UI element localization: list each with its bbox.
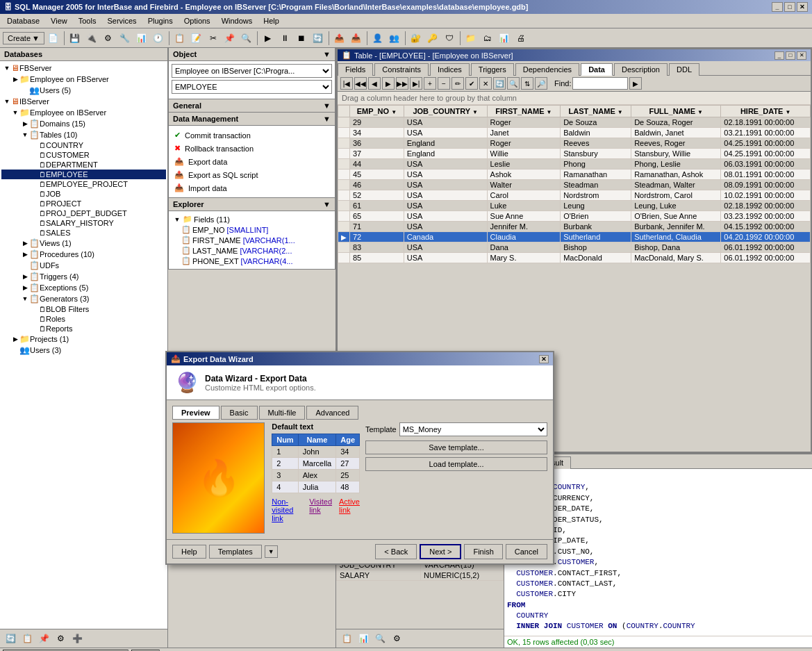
- tb-btn-20[interactable]: 👥: [387, 31, 402, 46]
- templates-dropdown-btn[interactable]: ▼: [265, 545, 278, 558]
- table-close-btn[interactable]: ✕: [797, 51, 806, 60]
- cancel-button[interactable]: Cancel: [506, 544, 547, 559]
- menu-database[interactable]: Database: [3, 15, 44, 26]
- tree-project[interactable]: 🗒 PROJECT: [1, 199, 166, 208]
- nav-cancel[interactable]: ✕: [479, 77, 492, 90]
- tab-dependencies[interactable]: Dependencies: [515, 63, 579, 76]
- table-row[interactable]: 85 USA Mary S. MacDonald MacDonald, Mary…: [338, 253, 811, 263]
- next-button[interactable]: Next >: [420, 544, 461, 559]
- general-section-header[interactable]: General ▼: [168, 99, 335, 113]
- nav-sort[interactable]: ⇅: [521, 77, 533, 90]
- wizard-tab-multifile[interactable]: Multi-file: [259, 406, 306, 420]
- tab-description[interactable]: Description: [614, 63, 668, 76]
- expand-emp-fbserver[interactable]: ▶: [11, 76, 19, 83]
- create-button[interactable]: Create ▼: [3, 32, 44, 44]
- export-action[interactable]: 📤 Export data: [172, 155, 332, 168]
- tree-country[interactable]: 🗒 COUNTRY: [1, 140, 166, 150]
- tree-fbserver[interactable]: ▼ 🖥 FBServer: [1, 63, 166, 74]
- close-button[interactable]: ✕: [797, 2, 808, 12]
- expand-projects[interactable]: ▶: [11, 336, 19, 343]
- templates-button[interactable]: Templates: [209, 545, 262, 559]
- tb-btn-5[interactable]: 🔧: [117, 31, 133, 46]
- tree-emp-project[interactable]: 🗒 EMPLOYEE_PROJECT: [1, 179, 166, 189]
- tb-btn-8[interactable]: 📋: [172, 31, 188, 46]
- field-tb-1[interactable]: 📋: [339, 631, 354, 646]
- menu-services[interactable]: Services: [103, 15, 140, 26]
- nav-delete[interactable]: −: [438, 77, 450, 90]
- tb-btn-15[interactable]: ⏹: [294, 31, 309, 46]
- menu-view[interactable]: View: [47, 15, 72, 26]
- help-button[interactable]: Help: [172, 545, 206, 559]
- data-mgmt-section-header[interactable]: Data Management ▼: [168, 113, 335, 126]
- tree-department[interactable]: 🗒 DEPARTMENT: [1, 160, 166, 170]
- nav-edit[interactable]: ✏: [451, 77, 464, 90]
- tree-procedures[interactable]: ▶ 📋 Procedures (10): [1, 249, 166, 260]
- tree-tables[interactable]: ▼ 📋 Tables (10): [1, 129, 166, 140]
- expand-tables[interactable]: ▼: [21, 131, 29, 138]
- table-row[interactable]: 44 USA Leslie Phong Phong, Leslie 06.03.…: [338, 159, 811, 170]
- tab-fields[interactable]: Fields: [338, 63, 373, 76]
- tb-btn-22[interactable]: 🔑: [425, 31, 440, 46]
- commit-action[interactable]: ✔ Commit transaction: [172, 129, 332, 142]
- tb-btn-14[interactable]: ⏸: [277, 31, 292, 46]
- expand-emp-ibserver[interactable]: ▼: [11, 109, 19, 116]
- menu-options[interactable]: Options: [180, 15, 215, 26]
- tree-proj-dept-budget[interactable]: 🗒 PROJ_DEPT_BUDGET: [1, 208, 166, 218]
- nav-refresh[interactable]: 🔄: [493, 77, 506, 90]
- tb-btn-12[interactable]: 🔍: [239, 31, 254, 46]
- tree-domains[interactable]: ▶ 📋 Domains (15): [1, 118, 166, 129]
- tb-btn-13[interactable]: ▶: [260, 31, 276, 46]
- tree-views[interactable]: ▶ 📋 Views (1): [1, 238, 166, 249]
- field-tb-4[interactable]: ⚙: [389, 631, 404, 646]
- tab-ddl[interactable]: DDL: [669, 63, 699, 76]
- tree-employee[interactable]: 🗒 EMPLOYEE: [1, 170, 166, 179]
- expand-triggers[interactable]: ▶: [21, 273, 29, 280]
- tree-roles[interactable]: 🗒 Roles: [1, 314, 166, 324]
- tree-users-fb[interactable]: 👥 Users (5): [1, 85, 166, 96]
- lp-btn-5[interactable]: ➕: [69, 631, 85, 646]
- tree-salary-history[interactable]: 🗒 SALARY_HISTORY: [1, 218, 166, 228]
- export-wizard-dialog[interactable]: 📤 Export Data Wizard ✕ 🔮 Data Wizard - E…: [165, 351, 554, 565]
- tree-triggers[interactable]: ▶ 📋 Triggers (4): [1, 271, 166, 282]
- lp-btn-4[interactable]: ⚙: [53, 631, 68, 646]
- exp-fields[interactable]: ▼ 📁 Fields (11): [172, 214, 332, 224]
- tab-constraints[interactable]: Constraints: [374, 63, 429, 76]
- tb-btn-16[interactable]: 🔄: [310, 31, 326, 46]
- wizard-tab-preview[interactable]: Preview: [172, 406, 219, 420]
- table-maximize-btn[interactable]: □: [786, 51, 795, 60]
- nav-search[interactable]: 🔎: [535, 77, 547, 90]
- exp-first-name[interactable]: 📋 FIRST_NAME [VARCHAR(1...: [172, 235, 332, 245]
- table-row[interactable]: 36 England Roger Reeves Reeves, Roger 04…: [338, 138, 811, 149]
- tab-triggers[interactable]: Triggers: [471, 63, 514, 76]
- table-row[interactable]: 61 USA Luke Leung Leung, Luke 02.18.1992…: [338, 201, 811, 211]
- tree-udfs[interactable]: 📋 UDFs: [1, 260, 166, 271]
- template-combo[interactable]: MS_Money: [399, 422, 547, 436]
- save-template-button[interactable]: Save template...: [365, 440, 547, 454]
- table-row[interactable]: 52 USA Carol Nordstrom Nordstrom, Carol …: [338, 190, 811, 201]
- tb-btn-10[interactable]: ✂: [206, 31, 221, 46]
- tree-blob-filters[interactable]: 🗒 BLOB Filters: [1, 304, 166, 314]
- load-template-button[interactable]: Load template...: [365, 457, 547, 471]
- tb-btn-18[interactable]: 📥: [349, 31, 364, 46]
- tree-job[interactable]: 🗒 JOB: [1, 189, 166, 199]
- exp-fields-expand[interactable]: ▼: [173, 216, 181, 223]
- rollback-action[interactable]: ✖ Rollback transaction: [172, 142, 332, 155]
- expand-views[interactable]: ▶: [21, 240, 29, 247]
- tree-customer[interactable]: 🗒 CUSTOMER: [1, 150, 166, 160]
- export-sql-action[interactable]: 📤 Export as SQL script: [172, 168, 332, 181]
- explorer-section-header[interactable]: Explorer ▼: [168, 198, 335, 211]
- tb-btn-23[interactable]: 🛡: [442, 31, 457, 46]
- tb-btn-3[interactable]: 🔌: [84, 31, 99, 46]
- databases-tree[interactable]: ▼ 🖥 FBServer ▶ 📁 Employee on FBServer 👥 …: [0, 61, 167, 629]
- minimize-button[interactable]: _: [772, 2, 783, 12]
- expand-domains[interactable]: ▶: [21, 120, 29, 127]
- table-row[interactable]: 37 England Willie Stansbury Stansbury, W…: [338, 149, 811, 159]
- tree-reports[interactable]: 🗒 Reports: [1, 324, 166, 333]
- field-row[interactable]: SALARYNUMERIC(15,2): [337, 570, 504, 581]
- expand-fbserver[interactable]: ▼: [3, 65, 11, 72]
- nav-prev-page[interactable]: ◀◀: [354, 77, 367, 90]
- nav-next[interactable]: ▶: [382, 77, 395, 90]
- table-row[interactable]: 46 USA Walter Steadman Steadman, Walter …: [338, 180, 811, 190]
- table-row[interactable]: ▶ 72 Canada Claudia Sutherland Sutherlan…: [338, 232, 811, 242]
- tb-btn-4[interactable]: ⚙: [101, 31, 116, 46]
